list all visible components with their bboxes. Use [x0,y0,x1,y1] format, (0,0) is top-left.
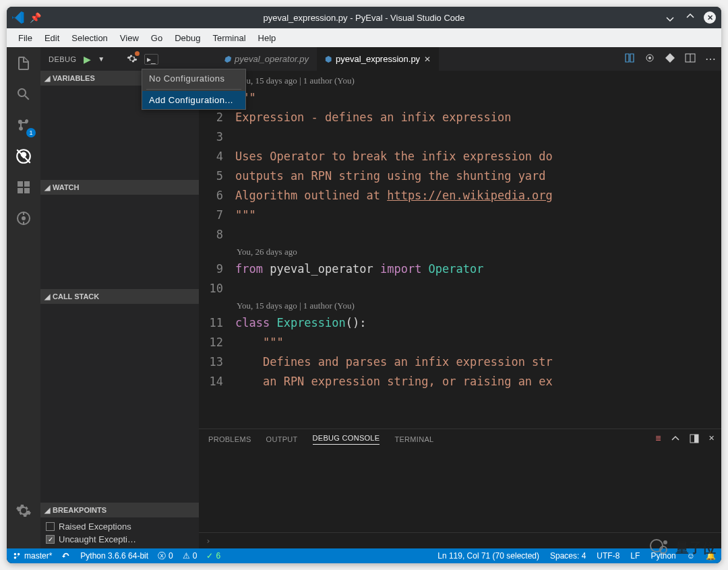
titlebar: 📌 pyeval_expression.py - PyEval - Visual… [7,7,721,28]
close-panel-icon[interactable]: ✕ [708,434,715,445]
debug-icon[interactable] [14,147,33,166]
editor-tabs: ⬢ pyeval_operator.py ⬢ pyeval_expression… [199,47,721,71]
window-title: pyeval_expression.py - PyEval - Visual S… [264,13,465,23]
sidebar-title: DEBUG [49,55,77,63]
status-spaces[interactable]: Spaces: 4 [550,551,586,561]
panel-tab-output[interactable]: OUTPUT [266,435,298,443]
tab-pyeval-operator[interactable]: ⬢ pyeval_operator.py [216,47,317,71]
pin-icon[interactable]: 📌 [30,12,41,23]
scm-icon[interactable]: 1 [14,116,33,135]
svg-point-2 [22,216,26,220]
tab-close-button[interactable]: ✕ [424,55,431,64]
debug-console-toggle[interactable]: ▸_ [144,54,159,65]
minimize-button[interactable] [663,11,677,24]
section-watch[interactable]: ◢WATCH [40,180,199,195]
svg-point-4 [648,57,651,59]
statusbar: master* Python 3.6.6 64-bit ⓧ 0 ⚠ 0 ✓ 6 … [7,548,721,563]
menubar: File Edit Selection View Go Debug Termin… [7,28,721,47]
code-editor[interactable]: 1 2 3 4 5 6 7 8 9 10 11 12 13 14 [199,71,721,429]
status-checks[interactable]: ✓ 6 [206,551,220,561]
status-eol[interactable]: LF [630,551,640,561]
menu-file[interactable]: File [12,33,38,43]
start-debug-button[interactable]: ▶ [84,54,92,65]
split-editor-icon[interactable] [685,53,696,66]
breakpoint-raised[interactable]: Raised Exceptions [46,520,193,533]
section-callstack[interactable]: ◢CALL STACK [40,289,199,304]
settings-icon[interactable] [14,501,33,520]
watermark: 量子位 [648,538,716,558]
activity-bar: 1 [7,47,40,548]
debug-console-body[interactable] [199,449,721,532]
search-icon[interactable] [14,85,33,104]
breakpoint-uncaught[interactable]: ✓Uncaught Excepti… [46,533,193,546]
collapse-icon[interactable] [671,434,680,445]
tab-pyeval-expression[interactable]: ⬢ pyeval_expression.py ✕ [317,47,439,71]
status-sync[interactable] [61,551,71,561]
minimap[interactable] [674,71,721,429]
line-numbers: 1 2 3 4 5 6 7 8 9 10 11 12 13 14 [199,71,235,429]
menu-debug[interactable]: Debug [169,33,206,43]
python-file-icon: ⬢ [325,55,332,64]
scm-badge: 1 [26,128,36,137]
checkbox-unchecked-icon[interactable] [46,522,55,531]
status-encoding[interactable]: UTF-8 [597,551,619,561]
panel-tab-terminal[interactable]: TERMINAL [394,435,433,443]
vscode-icon [12,11,24,24]
gitlens-icon[interactable] [14,209,33,228]
codelens[interactable]: You, 15 days ago | 1 author (You) [235,298,674,313]
configure-button[interactable] [127,53,138,65]
more-icon[interactable]: ⋯ [705,53,716,66]
code-text[interactable]: You, 15 days ago | 1 author (You) """ Ex… [235,71,674,429]
svg-rect-8 [694,435,698,443]
debug-sidebar: DEBUG ▶ ▼ ▸_ No Configurations Add Confi… [40,47,199,548]
panel-tab-debugconsole[interactable]: DEBUG CONSOLE [313,434,380,445]
explorer-icon[interactable] [14,54,33,73]
section-breakpoints[interactable]: ◢BREAKPOINTS [40,503,199,517]
config-dropdown-menu: No Configurations Add Configuration... [142,69,246,110]
status-warnings[interactable]: ⚠ 0 [183,551,198,561]
extensions-icon[interactable] [14,178,33,197]
menu-selection[interactable]: Selection [65,33,113,43]
bottom-panel: PROBLEMS OUTPUT DEBUG CONSOLE TERMINAL ≣… [199,429,721,548]
menu-help[interactable]: Help [252,33,282,43]
menu-go[interactable]: Go [145,33,169,43]
status-position[interactable]: Ln 119, Col 71 (70 selected) [437,551,539,561]
status-errors[interactable]: ⓧ 0 [158,550,173,562]
status-branch[interactable]: master* [12,551,52,561]
menu-terminal[interactable]: Terminal [206,33,251,43]
dropdown-no-config[interactable]: No Configurations [142,69,245,88]
codelens[interactable]: You, 15 days ago | 1 author (You) [235,73,674,88]
checkbox-checked-icon[interactable]: ✓ [46,535,55,544]
debug-console-input[interactable]: › [199,532,721,548]
close-button[interactable]: ✕ [704,11,716,24]
maximize-button[interactable] [684,11,697,24]
panel-tab-problems[interactable]: PROBLEMS [208,435,251,443]
maximize-panel-icon[interactable] [690,434,699,445]
menu-view[interactable]: View [114,33,145,43]
gitlens-toggle-icon[interactable] [644,53,655,66]
python-file-icon: ⬢ [224,55,231,64]
diff-icon[interactable] [665,53,675,66]
codelens[interactable]: You, 26 days ago [235,245,674,259]
dropdown-add-config[interactable]: Add Configuration... [142,91,245,109]
menu-edit[interactable]: Edit [38,33,65,43]
config-dropdown-button[interactable]: ▼ [98,55,104,63]
watermark-logo-icon [648,538,673,558]
compare-icon[interactable] [624,53,635,66]
clear-console-icon[interactable]: ≣ [655,434,661,445]
editor-area: ⬢ pyeval_operator.py ⬢ pyeval_expression… [199,47,721,548]
status-python[interactable]: Python 3.6.6 64-bit [80,551,148,561]
